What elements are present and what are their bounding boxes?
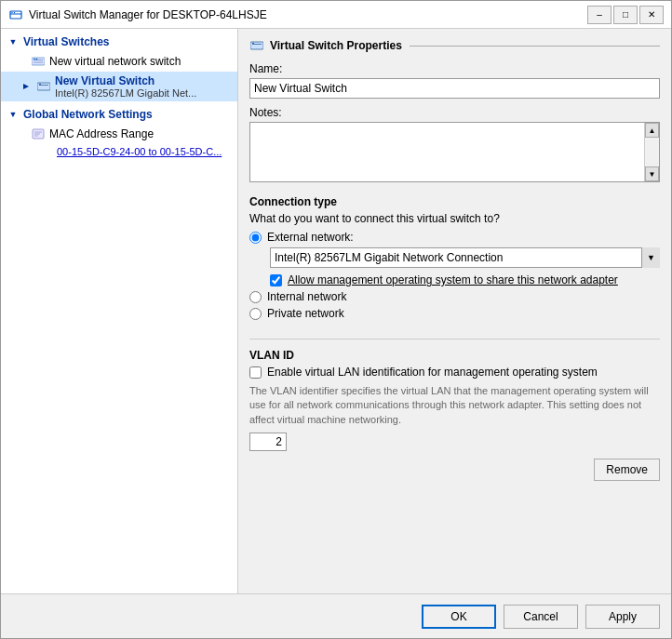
scroll-down-button[interactable]: ▼ [645,166,659,181]
notes-field-group: Notes: ▲ ▼ [249,106,660,182]
mac-address-range-item[interactable]: MAC Address Range [1,124,237,144]
mac-address-range-value[interactable]: 00-15-5D-C9-24-00 to 00-15-5D-C... [1,144,237,159]
properties-header-row: Virtual Switch Properties [249,38,660,53]
bottom-bar: OK Cancel Apply [1,593,671,638]
connection-type-subtitle: What do you want to connect this virtual… [249,212,660,225]
titlebar: Virtual Switch Manager for DESKTOP-64LHS… [1,1,671,29]
svg-rect-17 [250,42,263,49]
maximize-button[interactable]: □ [613,6,638,24]
left-panel: ▼ Virtual Switches New virtual network s… [1,29,238,593]
name-label: Name: [249,62,660,75]
mac-address-range-label: MAC Address Range [49,127,154,140]
right-panel: Virtual Switch Properties Name: Notes: ▲ [238,29,671,593]
new-virtual-network-switch-label: New virtual network switch [49,55,181,68]
window-title: Virtual Switch Manager for DESKTOP-64LHS… [29,8,587,21]
vlan-description: The VLAN identifier specifies the virtua… [249,384,660,427]
vlan-value-input[interactable] [249,433,287,451]
connection-type-title: Connection type [249,195,660,208]
vlan-section: VLAN ID Enable virtual LAN identificatio… [249,349,660,451]
svg-rect-4 [32,58,45,65]
main-window: Virtual Switch Manager for DESKTOP-64LHS… [0,0,672,639]
allow-management-checkbox-item: Allow management operating system to sha… [270,273,660,286]
scroll-up-button[interactable]: ▲ [645,123,659,138]
expand-arrow-icon: ▼ [7,35,20,48]
private-network-radio-item: Private network [249,307,660,320]
external-network-select[interactable]: Intel(R) 82567LM Gigabit Network Connect… [270,247,660,268]
external-network-radio-item: External network: [249,231,660,244]
global-network-settings-header[interactable]: ▼ Global Network Settings [1,105,237,124]
cancel-button[interactable]: Cancel [504,605,578,629]
notes-label: Notes: [249,106,660,119]
vlan-enable-checkbox[interactable] [249,366,262,379]
vlan-enable-checkbox-item: Enable virtual LAN identification for ma… [249,366,660,379]
main-content: ▼ Virtual Switches New virtual network s… [1,29,671,593]
external-network-dropdown-container: Intel(R) 82567LM Gigabit Network Connect… [270,247,660,268]
new-virtual-network-switch-item[interactable]: New virtual network switch [1,51,237,72]
notes-scrollbar: ▲ ▼ [644,123,659,181]
svg-point-8 [36,59,38,60]
header-divider [410,46,660,47]
svg-point-2 [11,11,12,12]
allow-management-label[interactable]: Allow management operating system to sha… [288,273,618,286]
vlan-enable-label[interactable]: Enable virtual LAN identification for ma… [267,366,598,379]
allow-management-text: Allow management operating system to sha… [288,273,618,286]
name-input[interactable] [249,78,660,99]
external-network-radio[interactable] [249,232,262,244]
svg-marker-9 [23,84,29,89]
vlan-id-label: VLAN ID [249,349,660,362]
window-controls: – □ ✕ [587,6,664,24]
properties-title: Virtual Switch Properties [270,39,402,52]
private-network-radio[interactable] [249,308,262,320]
allow-management-checkbox[interactable] [270,274,282,286]
mac-icon [31,126,46,141]
new-virtual-switch-name: New Virtual Switch [55,74,196,87]
app-icon [8,7,23,22]
svg-point-19 [252,43,254,45]
internal-network-label[interactable]: Internal network [267,290,346,303]
name-field-group: Name: [249,62,660,99]
svg-rect-10 [37,83,50,90]
virtual-switches-label: Virtual Switches [23,35,109,48]
expand-arrow-3-icon: ▼ [7,108,20,121]
expand-arrow-2-icon [20,82,33,91]
close-button[interactable]: ✕ [639,6,664,24]
notes-input[interactable] [250,123,644,181]
new-virtual-switch-text: New Virtual Switch Intel(R) 82567LM Giga… [55,74,196,99]
ok-button[interactable]: OK [422,605,496,629]
virtual-switches-header[interactable]: ▼ Virtual Switches [1,33,237,51]
private-network-label[interactable]: Private network [267,307,344,320]
switch-icon [31,54,46,69]
vlan-input-wrapper [249,433,660,451]
new-virtual-switch-icon [36,79,51,94]
external-network-dropdown-wrapper: Intel(R) 82567LM Gigabit Network Connect… [270,247,660,268]
internal-network-radio[interactable] [249,291,262,303]
remove-wrapper: Remove [249,459,660,481]
external-network-label[interactable]: External network: [267,231,354,244]
properties-icon [249,38,264,53]
remove-button[interactable]: Remove [594,459,660,481]
svg-point-3 [14,11,15,12]
connection-type-group: Connection type What do you want to conn… [249,190,660,324]
svg-point-7 [34,59,35,60]
section-divider [249,339,660,339]
internal-network-radio-item: Internal network [249,290,660,303]
notes-container: ▲ ▼ [249,122,660,182]
scroll-track [645,138,659,166]
minimize-button[interactable]: – [587,6,612,24]
new-virtual-switch-adapter: Intel(R) 82567LM Gigabit Net... [55,87,196,99]
apply-button[interactable]: Apply [585,605,660,629]
global-network-settings-label: Global Network Settings [23,108,153,121]
svg-point-12 [39,84,41,86]
new-virtual-switch-item[interactable]: New Virtual Switch Intel(R) 82567LM Giga… [1,72,237,101]
